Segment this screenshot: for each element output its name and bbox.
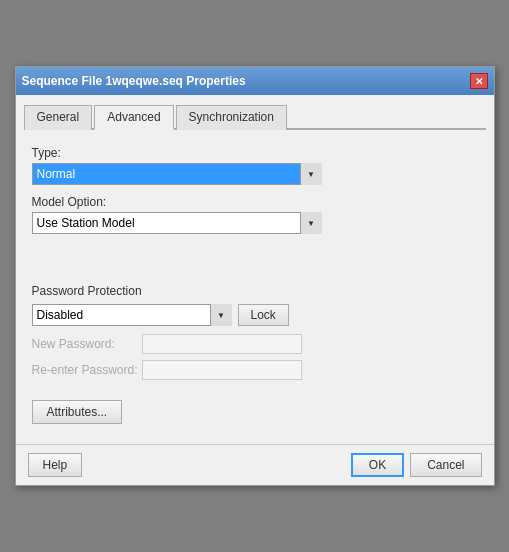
help-button[interactable]: Help <box>28 453 83 477</box>
reenter-password-label: Re-enter Password: <box>32 363 142 377</box>
footer-right-buttons: OK Cancel <box>351 453 482 477</box>
type-field-group: Type: Normal <box>32 146 478 185</box>
password-dropdown[interactable]: Disabled <box>32 304 232 326</box>
type-dropdown-wrapper: Normal <box>32 163 322 185</box>
tab-bar: General Advanced Synchronization <box>24 103 486 130</box>
lock-button[interactable]: Lock <box>238 304 289 326</box>
password-section: Password Protection Disabled Lock New Pa… <box>32 284 478 380</box>
window-body: General Advanced Synchronization Type: N… <box>16 95 494 440</box>
new-password-input[interactable] <box>142 334 302 354</box>
reenter-password-row: Re-enter Password: <box>32 360 478 380</box>
tab-advanced[interactable]: Advanced <box>94 105 173 130</box>
model-option-dropdown-wrapper: Use Station Model <box>32 212 322 234</box>
attributes-button[interactable]: Attributes... <box>32 400 123 424</box>
model-option-field-group: Model Option: Use Station Model <box>32 195 478 234</box>
close-button[interactable]: ✕ <box>470 73 488 89</box>
window-title: Sequence File 1wqeqwe.seq Properties <box>22 74 246 88</box>
ok-button[interactable]: OK <box>351 453 404 477</box>
model-option-label: Model Option: <box>32 195 478 209</box>
title-bar: Sequence File 1wqeqwe.seq Properties ✕ <box>16 67 494 95</box>
type-label: Type: <box>32 146 478 160</box>
new-password-label: New Password: <box>32 337 142 351</box>
model-option-dropdown[interactable]: Use Station Model <box>32 212 322 234</box>
cancel-button[interactable]: Cancel <box>410 453 481 477</box>
type-dropdown[interactable]: Normal <box>32 163 322 185</box>
footer: Help OK Cancel <box>16 444 494 485</box>
tab-content: Type: Normal Model Option: Use Station M… <box>24 142 486 432</box>
tab-general[interactable]: General <box>24 105 93 130</box>
password-section-label: Password Protection <box>32 284 478 298</box>
new-password-row: New Password: <box>32 334 478 354</box>
tab-synchronization[interactable]: Synchronization <box>176 105 287 130</box>
password-dropdown-wrapper: Disabled <box>32 304 232 326</box>
title-bar-buttons: ✕ <box>470 73 488 89</box>
properties-dialog: Sequence File 1wqeqwe.seq Properties ✕ G… <box>15 66 495 486</box>
password-row: Disabled Lock <box>32 304 478 326</box>
reenter-password-input[interactable] <box>142 360 302 380</box>
attributes-row: Attributes... <box>32 390 478 424</box>
